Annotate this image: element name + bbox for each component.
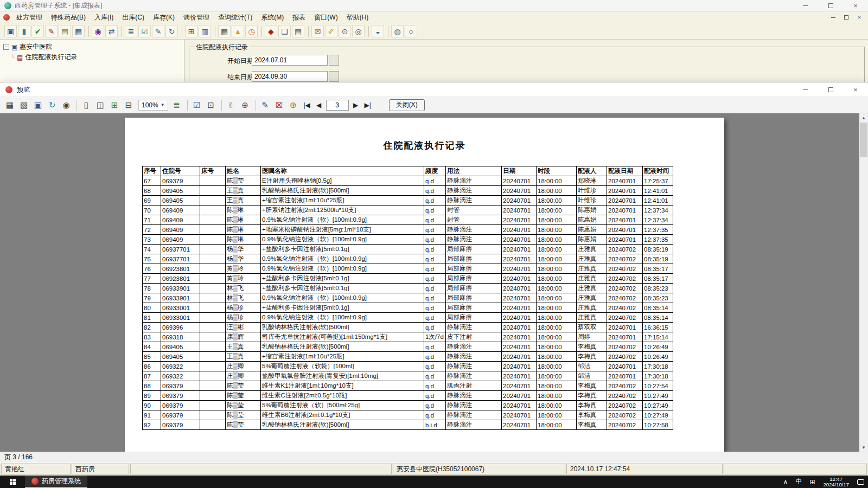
menu-item-system[interactable]: 系统(M) xyxy=(257,12,288,23)
report-column-header: 住院号 xyxy=(161,166,200,176)
scrollbar-thumb[interactable] xyxy=(860,123,867,157)
start-button[interactable] xyxy=(0,476,25,488)
signature-icon[interactable]: ✎ xyxy=(45,25,58,37)
report-cell: +盐酸利多卡因注射液[5ml:0.1g] xyxy=(261,245,424,254)
tray-clock[interactable]: 12:47 2024/10/17 xyxy=(819,476,853,488)
refresh-doc-icon[interactable]: ↻ xyxy=(165,25,178,37)
print-setup-icon[interactable]: ▧ xyxy=(17,99,30,112)
scroll-up-icon[interactable]: ▲ xyxy=(859,113,868,122)
pill-icon[interactable]: ◆ xyxy=(265,25,277,37)
hand-tool-icon[interactable]: ✌ xyxy=(225,99,238,112)
zoom-select[interactable]: 100% ▼ xyxy=(138,100,168,111)
end-date-picker-button[interactable] xyxy=(329,71,339,82)
menu-item-stock-in[interactable]: 入库(I) xyxy=(90,12,118,23)
report-column-header: 配液日期 xyxy=(607,166,643,176)
prev-page-button[interactable]: ◀ xyxy=(313,99,325,111)
report-cell: 庄雅真 xyxy=(577,274,607,284)
mdi-restore-button[interactable] xyxy=(842,14,851,21)
transfer-icon[interactable]: ⇄ xyxy=(105,25,118,37)
zoom-tool-icon[interactable]: ⊕ xyxy=(239,99,252,112)
close-button[interactable]: × xyxy=(843,0,868,11)
print-icon[interactable]: ▦ xyxy=(3,99,16,112)
report-cell: 18:00:00 xyxy=(537,196,577,206)
start-date-picker-button[interactable] xyxy=(329,55,339,66)
last-page-button[interactable]: ▶| xyxy=(362,99,374,111)
menu-item-window[interactable]: 窗口(W) xyxy=(310,12,342,23)
save-icon[interactable]: ▣ xyxy=(31,99,44,112)
prescription-entry-icon[interactable]: ▣ xyxy=(4,25,17,37)
menu-item-help[interactable]: 帮助(H) xyxy=(342,12,373,23)
vertical-scrollbar[interactable]: ▲ ▼ xyxy=(859,113,868,452)
find-icon[interactable]: ◉ xyxy=(60,99,73,112)
folder-icon[interactable]: ❏ xyxy=(278,25,291,37)
cancel-page-icon[interactable]: ☒ xyxy=(273,99,286,112)
alert-bell-icon[interactable]: ▲ xyxy=(232,25,244,37)
preview-minimize-button[interactable] xyxy=(793,82,818,97)
zoom-doc-icon[interactable]: ◎ xyxy=(352,25,365,37)
chart-icon[interactable]: ▥ xyxy=(199,25,211,37)
whole-page-icon[interactable]: ▯ xyxy=(80,99,93,112)
menu-item-special-drugs[interactable]: 特殊药品(B) xyxy=(47,12,90,23)
preview-close-button[interactable]: 关闭(X) xyxy=(389,99,425,111)
annotate-icon[interactable]: ✎ xyxy=(259,99,272,112)
outline-icon[interactable]: ⊡ xyxy=(205,99,218,112)
globe-icon[interactable]: ◍ xyxy=(391,25,404,37)
magnifier-icon[interactable]: ○ xyxy=(405,25,417,37)
approve-icon[interactable]: ✔ xyxy=(31,25,44,37)
thumbnail-icon[interactable]: ⊟ xyxy=(122,99,135,112)
export-icon[interactable]: ↻ xyxy=(46,99,59,112)
start-date-input[interactable] xyxy=(252,55,328,66)
mail-icon[interactable]: ✉ xyxy=(311,25,324,37)
tree-node-hospital[interactable]: − ▣ 惠安中医院 xyxy=(0,41,184,52)
preview-close-x-button[interactable]: × xyxy=(843,82,868,97)
menu-item-inventory[interactable]: 库存(K) xyxy=(149,12,179,23)
end-date-input[interactable] xyxy=(252,71,328,82)
medicine-bottle-icon[interactable]: ▮ xyxy=(18,25,30,37)
checklist-icon[interactable]: ☑ xyxy=(138,25,151,37)
preview-maximize-button[interactable] xyxy=(818,82,843,97)
grid-icon[interactable]: ⊞ xyxy=(185,25,197,37)
page-number-input[interactable] xyxy=(326,100,349,111)
report-cell: 0.9%氯化钠注射液（软）[100ml:0.9g] xyxy=(261,313,424,323)
ime-indicator[interactable]: 中 xyxy=(792,476,806,488)
syringe-icon[interactable]: ✐ xyxy=(325,25,337,37)
menu-item-prescription-mgmt[interactable]: 处方管理 xyxy=(12,12,47,23)
report-cell: 79 xyxy=(143,293,161,303)
taskbar-app-button[interactable]: 药房管理系统 xyxy=(25,476,87,488)
search-icon[interactable]: ⊙ xyxy=(339,25,351,37)
report-cell: 局部麻痹 xyxy=(446,284,502,293)
stamp-icon[interactable]: ⊛ xyxy=(287,99,300,112)
menu-item-price-adjust[interactable]: 调价管理 xyxy=(179,12,214,23)
menu-item-reports[interactable]: 报表 xyxy=(288,12,310,23)
edit-doc-icon[interactable]: ✎ xyxy=(152,25,164,37)
report-cell: 封管 xyxy=(446,206,502,215)
print-icon[interactable]: ▤ xyxy=(292,25,304,37)
first-page-button[interactable]: |◀ xyxy=(301,99,313,111)
multi-page-icon[interactable]: ⊞ xyxy=(108,99,121,112)
select-check-icon[interactable]: ☑ xyxy=(190,99,203,112)
collapse-icon[interactable]: − xyxy=(3,44,9,50)
scroll-down-icon[interactable]: ▼ xyxy=(859,443,868,452)
maximize-button[interactable] xyxy=(818,0,843,11)
keyboard-icon[interactable]: ⊞ xyxy=(806,476,819,488)
notification-icon[interactable] xyxy=(853,476,868,488)
facing-pages-icon[interactable]: ◫ xyxy=(94,99,107,112)
id-card-icon[interactable]: ▤ xyxy=(59,25,71,37)
clock-icon[interactable]: ◷ xyxy=(245,25,258,37)
minimize-button[interactable] xyxy=(793,0,818,11)
page-setup-icon[interactable]: ≣ xyxy=(170,99,183,112)
report-cell: 18:00:00 xyxy=(537,313,577,323)
next-page-button[interactable]: ▶ xyxy=(350,99,362,111)
menu-item-stock-out[interactable]: 出库(C) xyxy=(118,12,149,23)
menu-item-query-stats[interactable]: 查询统计(T) xyxy=(214,12,257,23)
mdi-close-button[interactable]: × xyxy=(855,14,864,21)
table-icon[interactable]: ▦ xyxy=(218,25,231,37)
report-doc-icon[interactable]: ≣ xyxy=(125,25,137,37)
schedule-icon[interactable]: ▦ xyxy=(72,25,85,37)
query-doc-icon[interactable]: ◉ xyxy=(92,25,104,37)
mdi-minimize-button[interactable] xyxy=(829,14,838,21)
tray-chevron-icon[interactable]: ∧ xyxy=(780,476,792,488)
tree-node-report[interactable]: └ ▤ 住院配液执行记录 xyxy=(0,52,184,62)
cup-icon[interactable]: ◒ xyxy=(372,25,384,37)
report-cell: 20240702 xyxy=(607,303,643,313)
